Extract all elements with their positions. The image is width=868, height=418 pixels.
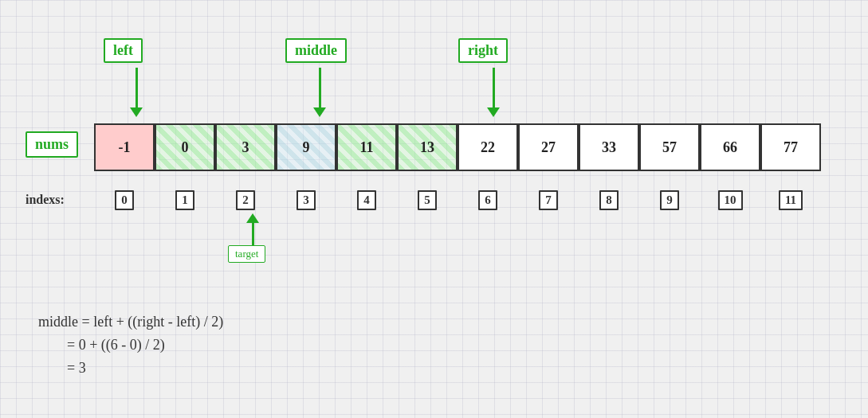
idx-11: 11 xyxy=(760,188,821,212)
formula: middle = left + ((right - left) / 2) = 0… xyxy=(38,311,223,379)
left-arrow xyxy=(130,68,143,117)
cell-0: -1 xyxy=(94,123,155,171)
nums-label: nums xyxy=(26,131,78,158)
idx-6: 6 xyxy=(458,188,518,212)
idx-7: 7 xyxy=(518,188,579,212)
cell-1: 0 xyxy=(155,123,215,171)
cell-6: 22 xyxy=(458,123,518,171)
target-label: target xyxy=(228,245,265,263)
idx-9: 9 xyxy=(639,188,700,212)
idx-1: 1 xyxy=(155,188,215,212)
idx-2: 2 xyxy=(215,188,276,212)
right-arrow xyxy=(487,68,500,117)
cell-7: 27 xyxy=(518,123,579,171)
cell-2: 3 xyxy=(215,123,276,171)
formula-line1: middle = left + ((right - left) / 2) xyxy=(38,311,223,334)
cell-11: 77 xyxy=(760,123,821,171)
cell-3: 9 xyxy=(276,123,336,171)
left-pointer-label: left xyxy=(104,38,143,63)
middle-arrow xyxy=(313,68,326,117)
idx-3: 3 xyxy=(276,188,336,212)
target-arrow xyxy=(246,213,259,245)
cell-10: 66 xyxy=(700,123,760,171)
index-label: indexs: xyxy=(26,193,65,207)
diagram-container: left middle right nums -1 0 3 9 11 13 22… xyxy=(0,0,868,418)
cell-5: 13 xyxy=(397,123,458,171)
formula-line2: = 0 + ((6 - 0) / 2) xyxy=(38,334,223,357)
cell-8: 33 xyxy=(579,123,639,171)
index-row: 0 1 2 3 4 5 6 7 8 9 10 11 xyxy=(94,188,821,212)
formula-line3: = 3 xyxy=(38,357,223,380)
array-row: -1 0 3 9 11 13 22 27 33 57 66 77 xyxy=(94,123,821,171)
idx-8: 8 xyxy=(579,188,639,212)
idx-4: 4 xyxy=(336,188,397,212)
right-pointer-label: right xyxy=(458,38,508,63)
middle-pointer-label: middle xyxy=(285,38,347,63)
cell-9: 57 xyxy=(639,123,700,171)
cell-4: 11 xyxy=(336,123,397,171)
idx-5: 5 xyxy=(397,188,458,212)
idx-0: 0 xyxy=(94,188,155,212)
idx-10: 10 xyxy=(700,188,760,212)
